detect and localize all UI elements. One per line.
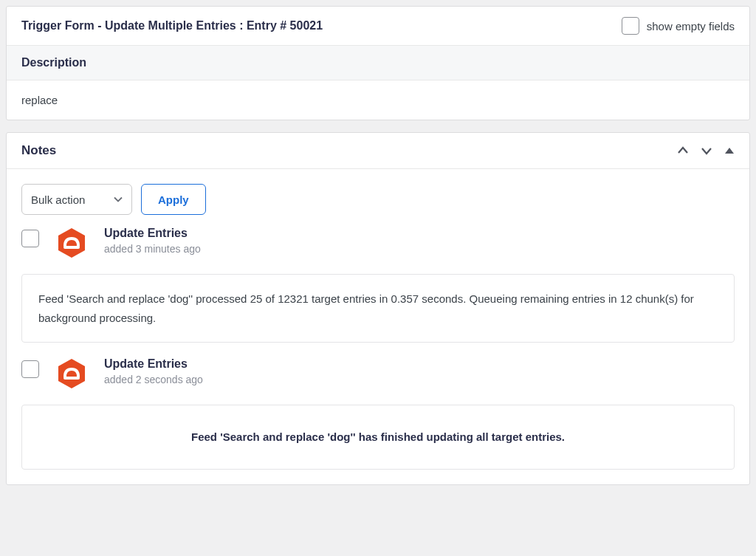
note-checkbox[interactable] [21, 230, 39, 247]
chevron-up-icon[interactable] [677, 145, 689, 157]
entry-panel: Trigger Form - Update Multiple Entries :… [6, 6, 750, 120]
chevron-down-icon[interactable] [701, 145, 712, 157]
note-title: Update Entries [104, 227, 201, 240]
note-item: Update Entries added 2 seconds ago Feed … [7, 357, 749, 484]
note-time: added 3 minutes ago [104, 243, 201, 255]
description-header: Description [7, 46, 749, 80]
note-time: added 2 seconds ago [104, 374, 203, 385]
apply-button[interactable]: Apply [141, 184, 206, 215]
notes-controls [677, 145, 735, 157]
entry-panel-header: Trigger Form - Update Multiple Entries :… [7, 7, 749, 46]
notes-panel: Notes Bulk action Apply [6, 132, 750, 485]
note-head: Update Entries added 2 seconds ago [21, 357, 735, 390]
notes-title: Notes [21, 143, 56, 158]
entry-title: Trigger Form - Update Multiple Entries :… [21, 19, 323, 32]
svg-marker-2 [58, 359, 85, 388]
note-body: Feed 'Search and replace 'dog'' processe… [21, 274, 735, 343]
notes-header: Notes [7, 133, 749, 169]
gravity-icon [55, 227, 88, 259]
svg-rect-1 [63, 246, 80, 249]
bulk-action-select[interactable]: Bulk action [21, 184, 132, 215]
note-checkbox[interactable] [21, 360, 39, 378]
note-item: Update Entries added 3 minutes ago Feed … [7, 227, 749, 357]
gravity-icon [55, 357, 88, 390]
note-title: Update Entries [104, 357, 203, 371]
note-head: Update Entries added 3 minutes ago [21, 227, 735, 259]
show-empty-fields-toggle[interactable]: show empty fields [622, 17, 735, 35]
svg-marker-0 [58, 228, 85, 258]
triangle-up-icon[interactable] [724, 145, 735, 156]
note-meta: Update Entries added 3 minutes ago [104, 227, 201, 255]
show-empty-label: show empty fields [647, 20, 735, 32]
show-empty-checkbox[interactable] [622, 17, 639, 35]
description-value: replace [7, 80, 749, 120]
notes-toolbar: Bulk action Apply [7, 169, 749, 227]
bulk-action-label: Bulk action [31, 193, 85, 206]
note-body: Feed 'Search and replace 'dog'' has fini… [21, 405, 735, 470]
svg-rect-3 [63, 377, 80, 380]
chevron-down-icon [114, 193, 123, 206]
note-meta: Update Entries added 2 seconds ago [104, 357, 203, 385]
